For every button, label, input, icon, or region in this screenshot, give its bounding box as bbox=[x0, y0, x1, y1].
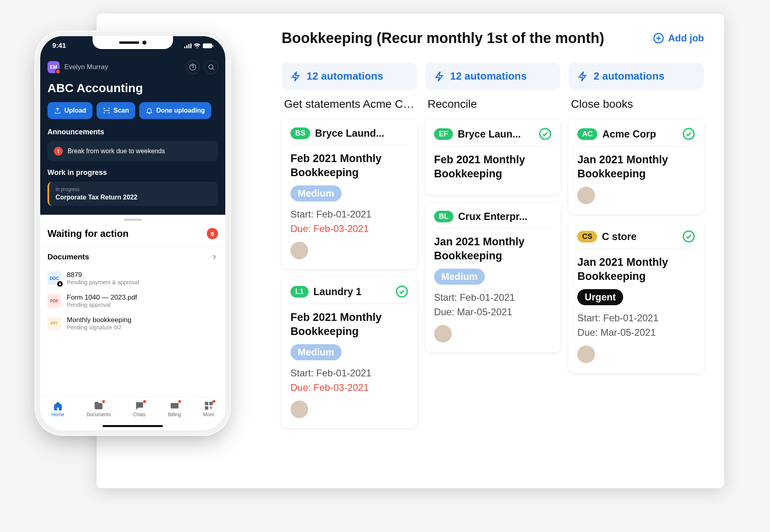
document-info: Monthly bookkeepingPending signature 0/2 bbox=[67, 316, 132, 331]
alert-icon: ! bbox=[54, 147, 63, 156]
waiting-row: Waiting for action 9 bbox=[40, 225, 225, 246]
job-card[interactable]: EF Bryce Laun... Feb 2021 Monthly Bookke… bbox=[425, 119, 561, 195]
automations-count: 12 automations bbox=[307, 70, 383, 82]
more-icon bbox=[204, 401, 214, 411]
tab-home[interactable]: Home bbox=[51, 401, 64, 417]
doc-file-icon: DOC bbox=[47, 271, 61, 285]
check-circle-icon bbox=[682, 127, 695, 140]
notch bbox=[93, 36, 173, 49]
scan-button[interactable]: Scan bbox=[97, 102, 135, 119]
help-button[interactable] bbox=[186, 60, 200, 74]
card-header: CS C store bbox=[577, 230, 695, 249]
waiting-title: Waiting for action bbox=[47, 228, 129, 239]
job-card[interactable]: CS C store Jan 2021 Monthly BookkeepingU… bbox=[568, 222, 704, 373]
bell-icon bbox=[146, 107, 153, 114]
notification-dot bbox=[102, 400, 105, 403]
tab-label: Chats bbox=[133, 412, 146, 417]
card-header: BS Bryce Laund... bbox=[290, 127, 408, 145]
document-item[interactable]: PPT Monthly bookkeepingPending signature… bbox=[40, 312, 225, 335]
status-right bbox=[184, 43, 213, 48]
user-name: Evelyn Murray bbox=[64, 63, 181, 71]
svg-rect-7 bbox=[188, 44, 189, 48]
card-header: AC Acme Corp bbox=[577, 127, 695, 146]
tab-documents[interactable]: Documents bbox=[86, 401, 111, 417]
bolt-icon bbox=[434, 71, 445, 82]
priority-badge: Medium bbox=[434, 269, 485, 285]
done-uploading-label: Done uploading bbox=[156, 107, 205, 114]
job-title: Feb 2021 Monthly Bookkeeping bbox=[434, 153, 552, 181]
announcement-card[interactable]: ! Break from work due to weekends bbox=[47, 141, 218, 161]
add-job-button[interactable]: Add job bbox=[653, 33, 704, 44]
document-name: Form 1040 — 2023.pdf bbox=[67, 294, 137, 302]
svg-rect-15 bbox=[205, 407, 208, 409]
client-name: Bryce Laun... bbox=[458, 128, 534, 140]
document-item[interactable]: DOC 8879Pending payment & approval bbox=[40, 267, 225, 290]
client-name: Crux Enterpr... bbox=[458, 211, 552, 222]
column-title: Reconcile bbox=[425, 98, 561, 111]
user-avatar[interactable]: EM bbox=[47, 61, 60, 73]
bolt-icon bbox=[290, 71, 302, 82]
job-card[interactable]: BS Bryce Laund... Feb 2021 Monthly Bookk… bbox=[282, 119, 417, 269]
priority-badge: Medium bbox=[290, 344, 342, 360]
svg-rect-6 bbox=[186, 45, 187, 48]
document-name: Monthly bookkeeping bbox=[67, 316, 132, 324]
pdf-file-icon: PDF bbox=[47, 294, 61, 308]
job-title: Jan 2021 Monthly Bookkeeping bbox=[577, 153, 695, 181]
column-header[interactable]: 12 automations bbox=[425, 63, 561, 90]
start-date: Start: Feb-01-2021 bbox=[290, 366, 408, 380]
documents-icon bbox=[94, 401, 103, 411]
notification-dot bbox=[178, 400, 181, 403]
column-header[interactable]: 2 automations bbox=[568, 63, 704, 90]
wip-heading: Work in progress bbox=[47, 168, 218, 177]
check-circle-icon bbox=[395, 285, 408, 298]
job-dates: Start: Feb-01-2021Due: Mar-05-2021 bbox=[434, 290, 552, 319]
client-name: Acme Corp bbox=[602, 128, 677, 140]
document-status: Pending payment & approval bbox=[67, 279, 139, 286]
svg-point-12 bbox=[209, 65, 213, 69]
client-name: C store bbox=[602, 231, 677, 242]
document-item[interactable]: PDF Form 1040 — 2023.pdfPending approval bbox=[40, 290, 225, 312]
announcement-text: Break from work due to weekends bbox=[68, 148, 165, 155]
wifi-icon bbox=[194, 43, 200, 48]
document-status: Pending approval bbox=[67, 302, 137, 308]
client-badge: BL bbox=[434, 211, 453, 222]
status-time: 9:41 bbox=[52, 42, 66, 50]
column-header[interactable]: 12 automations bbox=[282, 63, 417, 90]
job-card[interactable]: AC Acme Corp Jan 2021 Monthly Bookkeepin… bbox=[568, 119, 704, 214]
action-row: Upload Scan Done uploading bbox=[47, 102, 218, 119]
svg-rect-9 bbox=[203, 44, 212, 48]
wip-card[interactable]: In progress Corporate Tax Return 2022 bbox=[47, 182, 218, 206]
job-card[interactable]: BL Crux Enterpr... Jan 2021 Monthly Book… bbox=[425, 203, 561, 352]
document-status: Pending signature 0/2 bbox=[67, 324, 132, 331]
job-card[interactable]: L1 Laundry 1 Feb 2021 Monthly Bookkeepin… bbox=[282, 277, 417, 428]
assignee-avatar bbox=[290, 401, 308, 418]
job-dates: Start: Feb-01-2021Due: Feb-03-2021 bbox=[290, 207, 408, 236]
svg-rect-14 bbox=[210, 402, 212, 405]
battery-icon bbox=[203, 43, 213, 48]
plus-circle-icon bbox=[653, 33, 664, 44]
client-badge: BS bbox=[290, 127, 310, 139]
tab-label: Documents bbox=[86, 412, 111, 417]
document-name: 8879 bbox=[67, 271, 139, 279]
column: 2 automations Close books AC Acme Corp J… bbox=[568, 63, 704, 436]
job-title: Jan 2021 Monthly Bookkeeping bbox=[434, 235, 552, 263]
scan-label: Scan bbox=[113, 107, 129, 114]
assignee-avatar bbox=[434, 325, 452, 343]
client-badge: EF bbox=[434, 128, 453, 140]
pull-handle[interactable] bbox=[124, 219, 142, 221]
upload-icon bbox=[54, 107, 61, 114]
tab-label: More bbox=[203, 412, 214, 417]
announcements-heading: Announcements bbox=[47, 128, 218, 136]
tab-more[interactable]: More bbox=[203, 401, 214, 417]
tab-billing[interactable]: Billing bbox=[168, 401, 181, 417]
job-title: Feb 2021 Monthly Bookkeeping bbox=[290, 310, 408, 339]
priority-badge: Urgent bbox=[577, 289, 623, 305]
upload-button[interactable]: Upload bbox=[47, 102, 93, 119]
wip-status-label: In progress bbox=[56, 187, 212, 192]
search-button[interactable] bbox=[204, 60, 218, 74]
client-name: Bryce Laund... bbox=[315, 127, 408, 139]
tab-chats[interactable]: Chats bbox=[133, 401, 146, 417]
documents-section-button[interactable]: Documents bbox=[40, 246, 225, 267]
chats-icon bbox=[135, 401, 144, 411]
done-uploading-button[interactable]: Done uploading bbox=[139, 102, 211, 119]
